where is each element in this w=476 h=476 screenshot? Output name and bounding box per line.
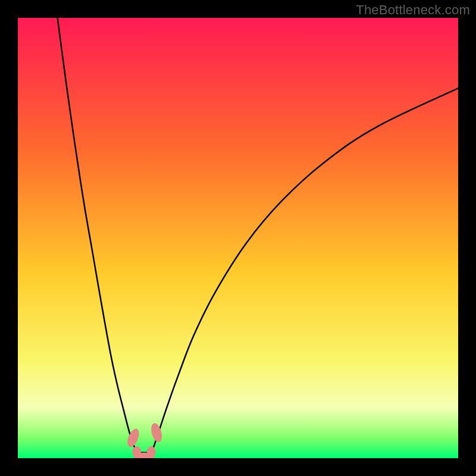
- chart-svg: [18, 18, 458, 458]
- watermark-text: TheBottleneck.com: [356, 2, 470, 18]
- chart-plot-area: [18, 18, 458, 458]
- chart-background: [18, 18, 458, 458]
- app-frame: TheBottleneck.com: [0, 0, 476, 476]
